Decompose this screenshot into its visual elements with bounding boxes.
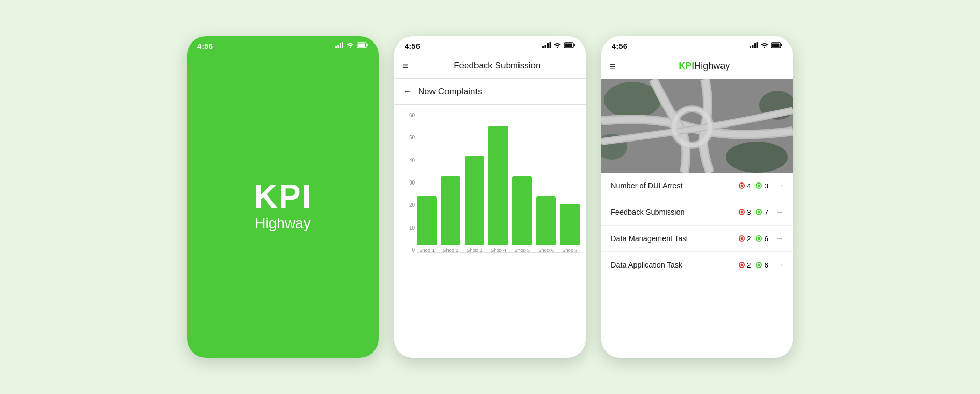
svg-rect-13 [574,44,575,46]
status-bar-splash: 4:56 [187,36,379,53]
wifi-icon-chart [553,42,561,50]
metric-row: Data Application Task26→ [601,252,793,278]
back-arrow-icon[interactable]: ← [402,86,412,97]
chart-screen: ≡ Feedback Submission ← New Complaints 6… [394,53,586,358]
y-label-20: 20 [409,203,415,208]
kpi-brand-highway: Highway [694,61,730,71]
bar-item: Shop 2 [441,176,460,253]
battery-icon-chart [564,42,575,50]
kpi-text: KPI [254,180,312,213]
metric-row: Number of DUI Arrest43→ [601,173,793,199]
metric-values: 43→ [739,181,784,190]
bars-group: Shop 1Shop 2Shop 3Shop 4Shop 5Shop 6Shop… [417,113,580,253]
bar-item: Shop 5 [512,176,532,253]
svg-rect-10 [550,42,551,48]
kpi-brand-kpi: KPI [679,61,694,71]
status-icons-chart [542,42,575,50]
svg-rect-3 [342,42,344,48]
svg-rect-1 [338,45,339,48]
green-dot-icon [756,262,762,268]
status-bar-dashboard: 4:56 [601,36,793,53]
bar [488,126,508,245]
chart-nav-bar: ≡ Feedback Submission [394,53,586,79]
status-icons-splash [335,42,368,50]
svg-point-24 [726,142,788,173]
metric-values: 26→ [739,234,784,243]
battery-icon-splash [357,42,368,50]
metric-red-badge: 4 [739,182,751,190]
time-dashboard: 4:56 [612,41,627,50]
bar [417,196,437,245]
chart-sub-nav: ← New Complaints [394,79,586,105]
metric-row: Data Management Tast26→ [601,226,793,252]
bar [512,176,532,245]
dashboard-hamburger-icon[interactable]: ≡ [610,61,616,72]
metric-red-badge: 2 [739,261,751,269]
metric-green-badge: 6 [756,235,768,243]
metric-red-badge: 3 [739,208,751,216]
metric-arrow-icon[interactable]: → [775,181,784,190]
y-label-60: 60 [409,113,415,118]
phone-splash: 4:56 KPI Highway [187,36,379,358]
svg-rect-17 [757,42,758,48]
y-label-30: 30 [409,180,415,186]
svg-rect-9 [547,43,549,48]
x-axis-line [417,252,580,253]
svg-rect-14 [750,46,751,48]
red-dot-icon [739,262,745,268]
hamburger-icon[interactable]: ≡ [402,61,409,71]
y-axis: 60 50 40 30 20 10 0 [400,113,415,253]
time-splash: 4:56 [197,41,213,50]
red-count: 2 [747,235,751,243]
green-dot-icon [756,182,762,189]
metric-label: Feedback Submission [611,208,739,216]
metric-green-badge: 6 [756,261,768,269]
status-icons-dashboard [750,42,783,50]
svg-rect-12 [565,44,572,47]
signal-icon-splash [335,42,343,50]
red-dot-icon [739,235,745,242]
battery-icon-dashboard [771,42,783,50]
bar-item: Shop 6 [536,196,556,253]
bar-item: Shop 7 [560,204,580,254]
green-count: 7 [764,208,768,216]
red-count: 3 [747,208,751,216]
metric-values: 26→ [739,260,784,270]
svg-rect-8 [545,45,546,48]
status-bar-chart: 4:56 [394,36,586,53]
chart-container: 60 50 40 30 20 10 0 Shop 1Shop 2Shop 3Sh… [394,105,586,358]
metric-arrow-icon[interactable]: → [775,207,784,217]
y-label-40: 40 [409,158,415,163]
red-dot-icon [739,209,745,215]
green-count: 6 [764,235,768,243]
bar-item: Shop 4 [488,126,508,253]
metric-row: Feedback Submission37→ [601,199,793,226]
dashboard-screen: ≡ KPIHighway [601,53,793,358]
kpi-brand: KPIHighway [624,61,785,72]
metric-green-badge: 3 [756,182,768,190]
phone-dashboard: 4:56 ≡ KPIHighway [601,36,793,358]
metric-label: Data Application Task [611,261,739,269]
wifi-icon-dashboard [760,42,769,50]
svg-rect-6 [367,44,368,46]
metric-arrow-icon[interactable]: → [775,260,784,270]
kpi-logo: KPI Highway [254,180,312,232]
splash-screen: KPI Highway [187,53,379,358]
screens-container: 4:56 KPI Highway 4:56 [187,36,793,358]
svg-rect-7 [542,46,544,48]
green-dot-icon [756,209,762,215]
green-dot-icon [756,235,762,242]
svg-rect-15 [752,45,754,48]
metrics-container: Number of DUI Arrest43→Feedback Submissi… [601,173,793,278]
metric-arrow-icon[interactable]: → [775,234,784,243]
svg-rect-20 [781,44,783,46]
metric-values: 37→ [739,207,784,217]
dashboard-nav: ≡ KPIHighway [601,53,793,79]
chart-sub-nav-title: New Complaints [418,87,482,97]
green-count: 3 [764,182,768,190]
svg-rect-2 [340,43,341,48]
bar [536,196,556,245]
svg-rect-0 [335,46,337,48]
phone-chart: 4:56 ≡ Feedback Submission ← New Com [394,36,586,358]
y-label-0: 0 [412,248,415,253]
